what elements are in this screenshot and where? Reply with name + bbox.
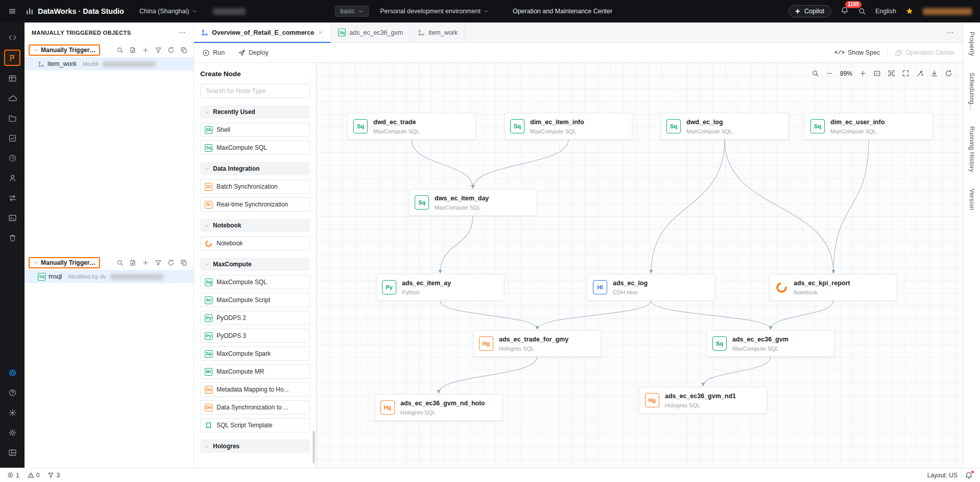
- dag-canvas[interactable]: Sqdwd_ec_tradeMaxCompute SQLSqdim_ec_ite…: [317, 63, 963, 468]
- filter-icon[interactable]: [155, 47, 162, 54]
- minus-icon[interactable]: [826, 70, 833, 77]
- dag-node-dim-ec-user-info[interactable]: Sqdim_ec_user_infoMaxCompute SQL: [805, 113, 933, 140]
- group-label-highlight[interactable]: Manually Triggered ...: [29, 44, 100, 56]
- rail-checklist-button[interactable]: [3, 128, 21, 148]
- node-type-maxcompute-mr[interactable]: MrMaxCompute MR: [200, 364, 310, 379]
- section-header-data-integration[interactable]: Data Integration: [200, 162, 310, 175]
- node-type-notebook[interactable]: Notebook: [200, 236, 310, 250]
- node-type-maxcompute-sql[interactable]: SqMaxCompute SQL: [200, 141, 310, 155]
- tree-item-item-work[interactable]: item_workModifi: [25, 57, 194, 71]
- node-type-metadata-mapping-to-ho[interactable]: DeMetadata Mapping to Ho...: [200, 382, 310, 397]
- dag-node-dwd-ec-log[interactable]: Sqdwd_ec_logMaxCompute SQL: [661, 113, 788, 140]
- right-tab-running-history[interactable]: Running History: [968, 126, 975, 172]
- refresh-icon[interactable]: [168, 47, 175, 54]
- node-type-sql-script-template[interactable]: SQL Script Template: [200, 418, 310, 432]
- magnifier-icon[interactable]: [116, 259, 124, 266]
- copy-icon[interactable]: [180, 259, 187, 266]
- node-type-maxcompute-sql[interactable]: SqMaxCompute SQL: [200, 275, 310, 289]
- right-tab-property[interactable]: Property: [968, 32, 975, 56]
- show-spec-button[interactable]: </> Show Spec: [834, 49, 880, 56]
- refresh-icon[interactable]: [945, 70, 952, 77]
- plus-icon[interactable]: [859, 70, 867, 77]
- operation-center-button[interactable]: Operation Center: [895, 49, 954, 57]
- plus-icon[interactable]: [142, 259, 149, 266]
- rail-cloud-button[interactable]: [3, 88, 21, 108]
- group-label-highlight[interactable]: Manually Triggered ...: [29, 257, 100, 268]
- node-type-pyodps-2[interactable]: PyPyODPS 2: [200, 311, 310, 325]
- language-selector[interactable]: English: [875, 8, 896, 15]
- rail-help-button[interactable]: [3, 383, 21, 403]
- rail-palette-button[interactable]: [3, 363, 21, 383]
- tab-ads-ec-ec36-gvm[interactable]: Sqads_ec_ec36_gvm: [331, 22, 411, 42]
- rail-terminal-button[interactable]: [3, 208, 21, 228]
- deploy-button[interactable]: Deploy: [238, 49, 269, 57]
- copy-icon[interactable]: [180, 47, 187, 54]
- right-tab-version[interactable]: Version: [968, 189, 975, 210]
- section-header-recently-used[interactable]: Recently Used: [200, 105, 310, 119]
- dag-node-ads-ec-item-ay[interactable]: Pyads_ec_item_ayPython: [376, 274, 504, 301]
- node-type-maxcompute-spark[interactable]: SpMaxCompute Spark: [200, 347, 310, 361]
- frame-icon[interactable]: [888, 70, 895, 77]
- new-doc-icon[interactable]: [129, 47, 136, 54]
- dag-node-dwd-ec-trade[interactable]: Sqdwd_ec_tradeMaxCompute SQL: [348, 113, 475, 140]
- warning-count[interactable]: 0: [28, 472, 40, 479]
- section-header-notebook[interactable]: Notebook: [200, 219, 310, 232]
- node-type-data-synchronization-to[interactable]: DeData Synchronization to ...: [200, 400, 310, 415]
- rail-gear-button[interactable]: [3, 423, 21, 443]
- plus-icon[interactable]: [142, 47, 149, 54]
- new-doc-icon[interactable]: [129, 259, 136, 266]
- nav-operation-maintenance-center[interactable]: Operation and Maintenance Center: [513, 8, 612, 15]
- copilot-button[interactable]: Copilot: [788, 5, 831, 17]
- rail-folder-button[interactable]: [3, 108, 21, 128]
- dag-node-dim-ec-item-info[interactable]: Sqdim_ec_item_infoMaxCompute SQL: [505, 113, 632, 140]
- rail-sun-button[interactable]: [3, 403, 21, 423]
- notifications-button[interactable]: [965, 471, 973, 479]
- download-icon[interactable]: [930, 70, 938, 77]
- tree-item-msql[interactable]: SqmsqlModified by dv: [25, 270, 194, 283]
- scrollbar-thumb[interactable]: [313, 431, 315, 464]
- more-icon[interactable]: [178, 29, 186, 37]
- rail-table-button[interactable]: [3, 68, 21, 88]
- filter-count[interactable]: 3: [47, 472, 60, 479]
- tab-item-work[interactable]: item_work: [411, 22, 465, 42]
- dag-node-ads-ec-ec36-gvm-nd1[interactable]: Hgads_ec_ec36_gvm_nd1Hologres SQL: [639, 387, 767, 414]
- dag-node-ads-ec-kpi-report[interactable]: ads_ec_kpi_reportNotebook: [770, 274, 897, 301]
- rail-clock-button[interactable]: [3, 148, 21, 168]
- tab-overview-of-retail-e-commerce[interactable]: Overview_of_Retail_E_commerce: [194, 22, 331, 42]
- rail-data-studio-button[interactable]: [4, 50, 20, 66]
- rail-layout-button[interactable]: [3, 443, 21, 463]
- dag-node-ads-ec-log[interactable]: Hlads_ec_logCDH Hive: [587, 274, 715, 301]
- fit-view-icon[interactable]: [873, 70, 881, 77]
- rail-swap-button[interactable]: [3, 188, 21, 208]
- node-type-shell[interactable]: ShShell: [200, 123, 310, 137]
- dag-node-ads-ec-ec36-gvm-nd-holo[interactable]: Hgads_ec_ec36_gvm_nd_holoHologres SQL: [375, 394, 503, 421]
- section-header-maxcompute[interactable]: MaxCompute: [200, 258, 310, 271]
- layout-indicator[interactable]: Layout: US: [927, 472, 958, 479]
- magnifier-icon[interactable]: [811, 70, 819, 77]
- close-icon[interactable]: [318, 30, 323, 35]
- dag-node-ads-ec-trade-for-gmy[interactable]: Hgads_ec_trade_for_gmyHologres SQL: [473, 330, 601, 357]
- rail-user-button[interactable]: [3, 168, 21, 188]
- notifications-button[interactable]: 1199: [841, 6, 849, 16]
- rail-trash-button[interactable]: [3, 228, 21, 248]
- node-type-batch-synchronization[interactable]: DiBatch Synchronization: [200, 179, 310, 194]
- mode-select[interactable]: basic: [335, 6, 369, 17]
- run-button[interactable]: Run: [202, 49, 225, 57]
- region-selector[interactable]: China (Shanghai): [139, 8, 198, 15]
- search-icon[interactable]: [858, 7, 866, 15]
- dag-node-dws-ec-item-day[interactable]: Sqdws_ec_item_dayMaxCompute SQL: [409, 189, 537, 216]
- node-type-maxcompute-script[interactable]: ScMaxCompute Script: [200, 293, 310, 307]
- refresh-icon[interactable]: [168, 259, 175, 266]
- rail-code-button[interactable]: [3, 28, 21, 48]
- node-type-real-time-synchronization[interactable]: RiReal-time Synchronization: [200, 197, 310, 212]
- magnifier-icon[interactable]: [116, 47, 124, 54]
- tabs-more-button[interactable]: [938, 22, 963, 42]
- fullscreen-icon[interactable]: [902, 70, 910, 77]
- environment-select[interactable]: Personal development environment: [380, 8, 489, 15]
- section-header-hologres[interactable]: Hologres: [200, 440, 310, 453]
- menu-icon[interactable]: [8, 7, 16, 15]
- filter-icon[interactable]: [155, 259, 162, 266]
- error-count[interactable]: 1: [7, 472, 19, 479]
- wand-icon[interactable]: [916, 70, 924, 77]
- node-type-pyodps-3[interactable]: PyPyODPS 3: [200, 329, 310, 343]
